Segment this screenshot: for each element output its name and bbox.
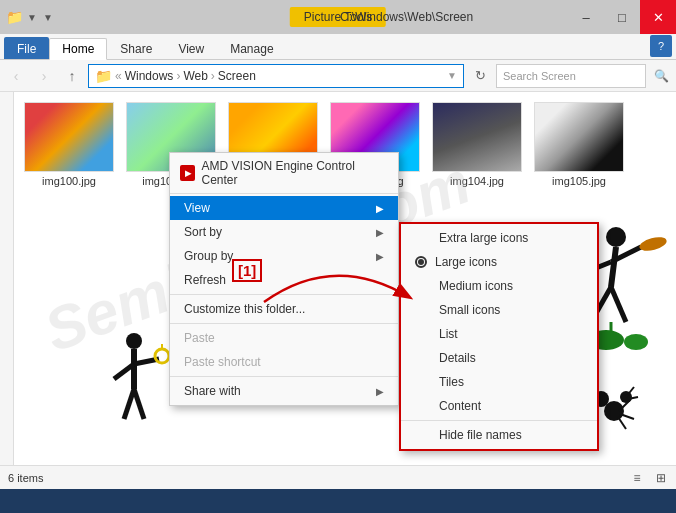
hide-names-label: Hide file names: [439, 428, 522, 442]
group-arrow-icon: ▶: [376, 251, 384, 262]
menu-separator-2: [170, 294, 398, 295]
path-windows[interactable]: Windows: [125, 69, 174, 83]
context-menu-item-sort[interactable]: Sort by ▶: [170, 220, 398, 244]
path-screen[interactable]: Screen: [218, 69, 256, 83]
minimize-button[interactable]: –: [568, 0, 604, 34]
submenu-item-hide-names[interactable]: Hide file names: [401, 423, 597, 447]
radio-filled-icon: [415, 256, 427, 268]
list-item[interactable]: img100.jpg: [24, 102, 114, 187]
tab-view[interactable]: View: [165, 37, 217, 59]
svg-line-14: [611, 287, 626, 322]
forward-button[interactable]: ›: [32, 64, 56, 88]
window-title: C:\Windows\Web\Screen: [340, 10, 473, 24]
submenu-item-large[interactable]: Large icons: [401, 250, 597, 274]
quick-access-area: 📁 ▼ ▼: [0, 9, 53, 25]
tab-manage[interactable]: Manage: [217, 37, 286, 59]
tab-share[interactable]: Share: [107, 37, 165, 59]
image-label-105: img105.jpg: [552, 175, 606, 187]
large-icons-label: Large icons: [435, 255, 497, 269]
window-controls: – □ ✕: [568, 0, 676, 34]
svg-line-7: [134, 389, 144, 419]
svg-point-17: [624, 334, 648, 350]
image-thumb-105: [534, 102, 624, 172]
menu-separator-4: [170, 376, 398, 377]
sort-label: Sort by: [184, 225, 222, 239]
submenu-item-list[interactable]: List: [401, 322, 597, 346]
menu-separator: [170, 193, 398, 194]
extra-large-label: Extra large icons: [439, 231, 528, 245]
list-item[interactable]: img104.jpg: [432, 102, 522, 187]
back-button[interactable]: ‹: [4, 64, 28, 88]
submenu-item-medium[interactable]: Medium icons: [401, 274, 597, 298]
svg-line-11: [611, 247, 641, 262]
list-item[interactable]: img105.jpg: [534, 102, 624, 187]
main-content: Seminarpc.com img100.jpg img101.png img1…: [0, 92, 676, 489]
submenu-arrow-icon: ▶: [376, 203, 384, 214]
refresh-button[interactable]: ↻: [468, 64, 492, 88]
submenu-item-details[interactable]: Details: [401, 346, 597, 370]
details-label: Details: [439, 351, 476, 365]
context-menu-item-share[interactable]: Share with ▶: [170, 379, 398, 403]
more-icon: ▼: [43, 12, 53, 23]
folder-path-icon: 📁: [95, 68, 112, 84]
image-label-104: img104.jpg: [450, 175, 504, 187]
context-menu-item-refresh[interactable]: Refresh: [170, 268, 398, 292]
address-bar: ‹ › ↑ 📁 « Windows › Web › Screen ▼ ↻ Sea…: [0, 60, 676, 92]
help-icon[interactable]: ?: [650, 35, 672, 57]
customize-label: Customize this folder...: [184, 302, 305, 316]
amd-label: AMD VISION Engine Control Center: [201, 159, 388, 187]
item-count: 6 items: [8, 472, 43, 484]
dropdown-arrow-icon[interactable]: ▼: [447, 70, 457, 81]
sub-context-menu: Extra large icons Large icons Medium ico…: [399, 222, 599, 451]
nav-sidebar: [0, 92, 14, 489]
search-icon[interactable]: 🔍: [650, 65, 672, 87]
up-button[interactable]: ↑: [60, 64, 84, 88]
sort-arrow-icon: ▶: [376, 227, 384, 238]
ribbon-tabs: File Home Share View Manage ?: [0, 34, 676, 60]
submenu-separator: [401, 420, 597, 421]
svg-point-4: [155, 349, 169, 363]
context-menu-item-view[interactable]: View ▶ Extra large icons Large icons Med…: [170, 196, 398, 220]
quick-access-icon: ▼: [27, 12, 37, 23]
medium-icons-label: Medium icons: [439, 279, 513, 293]
tiles-label: Tiles: [439, 375, 464, 389]
path-web[interactable]: Web: [183, 69, 207, 83]
close-button[interactable]: ✕: [640, 0, 676, 34]
context-menu-item-paste[interactable]: Paste: [170, 326, 398, 350]
paste-label: Paste: [184, 331, 215, 345]
tab-file[interactable]: File: [4, 37, 49, 59]
details-view-button[interactable]: ≡: [626, 468, 648, 488]
view-label: View: [184, 201, 210, 215]
image-thumb-104: [432, 102, 522, 172]
file-area: Seminarpc.com img100.jpg img101.png img1…: [14, 92, 676, 489]
context-menu: ▶ AMD VISION Engine Control Center View …: [169, 152, 399, 406]
search-box[interactable]: Search Screen: [496, 64, 646, 88]
title-bar: 📁 ▼ ▼ Picture Tools C:\Windows\Web\Scree…: [0, 0, 676, 34]
context-menu-item-customize[interactable]: Customize this folder...: [170, 297, 398, 321]
svg-point-12: [638, 235, 668, 254]
submenu-item-content[interactable]: Content: [401, 394, 597, 418]
share-label: Share with: [184, 384, 241, 398]
svg-line-3: [134, 359, 159, 364]
context-menu-item-group[interactable]: Group by ▶: [170, 244, 398, 268]
svg-point-21: [604, 401, 624, 421]
submenu-item-tiles[interactable]: Tiles: [401, 370, 597, 394]
svg-line-2: [114, 364, 134, 379]
tab-home[interactable]: Home: [49, 38, 107, 60]
context-menu-item-paste-shortcut[interactable]: Paste shortcut: [170, 350, 398, 374]
svg-line-28: [618, 417, 626, 429]
maximize-button[interactable]: □: [604, 0, 640, 34]
large-icons-view-button[interactable]: ⊞: [650, 468, 672, 488]
group-label: Group by: [184, 249, 233, 263]
share-arrow-icon: ▶: [376, 386, 384, 397]
menu-separator-3: [170, 323, 398, 324]
paste-shortcut-label: Paste shortcut: [184, 355, 261, 369]
refresh-label: Refresh: [184, 273, 226, 287]
image-thumb-100: [24, 102, 114, 172]
small-icons-label: Small icons: [439, 303, 500, 317]
submenu-item-small[interactable]: Small icons: [401, 298, 597, 322]
context-menu-item-amd[interactable]: ▶ AMD VISION Engine Control Center: [170, 155, 398, 191]
amd-icon: ▶: [180, 165, 195, 181]
address-path-bar[interactable]: 📁 « Windows › Web › Screen ▼: [88, 64, 464, 88]
submenu-item-extra-large[interactable]: Extra large icons: [401, 226, 597, 250]
